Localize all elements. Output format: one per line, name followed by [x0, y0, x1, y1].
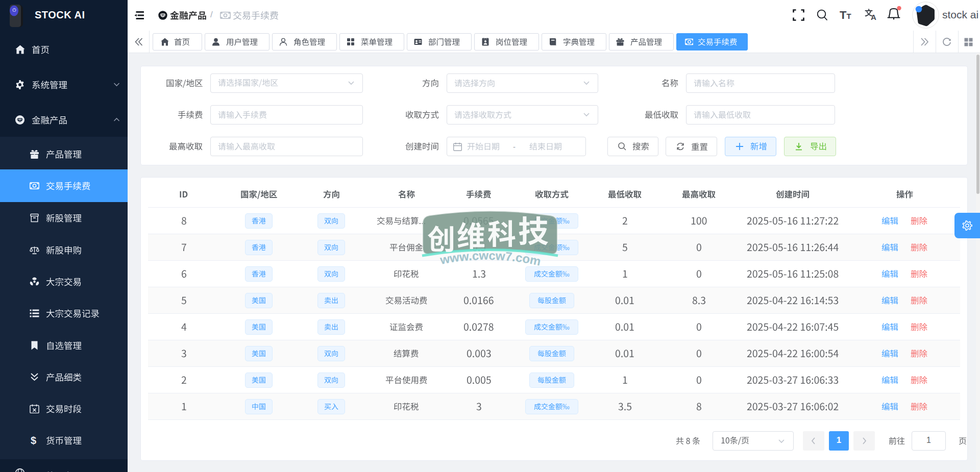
svg-text:www.cwcw7.com: www.cwcw7.com — [438, 250, 542, 268]
